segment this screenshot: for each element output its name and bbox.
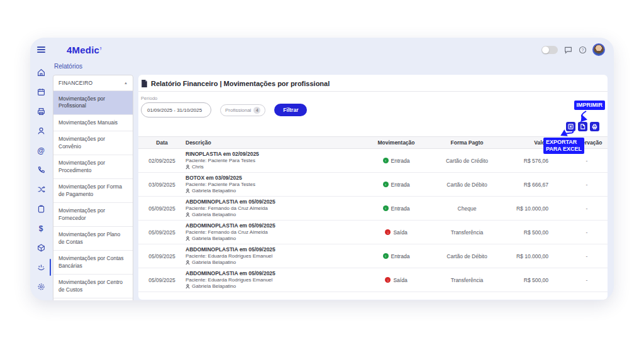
reports-icon[interactable]	[30, 258, 52, 277]
procedure-title: ABDOMINOPLASTIA em 05/09/2025	[186, 270, 358, 277]
sidebar-item-mov-profissional[interactable]: Movimentações por Profissional	[53, 91, 133, 115]
pdf-icon	[580, 124, 586, 129]
professional-name: Gabriela Belapatino	[186, 188, 358, 194]
cell-description: ABDOMINOPLASTIA em 05/09/2025 Paciente: …	[186, 246, 362, 266]
professional-name: Gabriela Belapatino	[186, 212, 358, 218]
cell-payment: Cartão de Débito	[431, 182, 503, 188]
excel-icon	[568, 124, 574, 129]
package-icon[interactable]	[30, 238, 52, 258]
print-button[interactable]	[590, 122, 599, 131]
sidebar-item-mov-contas-bancarias[interactable]: Movimentações por Contas Bancárias	[53, 251, 133, 275]
cell-observation: -	[566, 205, 608, 212]
cell-date: 02/09/2025	[138, 158, 186, 164]
person-icon	[186, 212, 190, 217]
col-descricao: Descrição	[186, 139, 362, 146]
filter-button[interactable]: Filtrar	[274, 104, 307, 116]
cell-description: ABDOMINOPLASTIA em 05/09/2025 Paciente: …	[186, 270, 362, 290]
patient-name: Paciente: Fernando da Cruz Almeida	[186, 205, 358, 212]
export-excel-button[interactable]	[566, 122, 575, 131]
cell-value: R$ 500,00	[503, 277, 566, 283]
professional-name: Gabriela Belapatino	[186, 283, 358, 290]
page-title: Relatório Financeiro | Movimentações por…	[151, 80, 330, 87]
printer-icon	[592, 124, 597, 129]
cell-description: ABDOMINOPLASTIA em 05/09/2025 Paciente: …	[186, 222, 362, 243]
patient-name: Paciente: Paciente Para Testes	[186, 158, 358, 164]
person-icon	[186, 188, 190, 194]
avatar[interactable]	[592, 43, 605, 56]
theme-toggle[interactable]	[541, 46, 558, 54]
user-icon[interactable]	[30, 121, 52, 141]
menu-section-label: FINANCEIRO	[58, 80, 92, 86]
table-row[interactable]: 05/09/2025 ABDOMINOPLASTIA em 05/09/2025…	[138, 268, 608, 292]
cell-payment: Cheque	[431, 205, 503, 212]
cell-observation: -	[566, 253, 608, 259]
cell-value: R$ 10.000,00	[503, 205, 566, 212]
cell-payment: Cartão de Débito	[431, 253, 503, 259]
chevron-up-icon: ▲	[124, 81, 128, 85]
professional-name: Gabriela Belapatino	[186, 259, 358, 266]
sidebar-item-mov-plano-contas[interactable]: Movimentações por Plano de Contas	[53, 227, 133, 251]
sidebar-item-mov-manuais[interactable]: Movimentações Manuais	[53, 115, 133, 131]
person-icon	[186, 260, 190, 265]
procedure-title: BOTOX em 03/09/2025	[186, 175, 358, 182]
cell-date: 05/09/2025	[138, 229, 186, 236]
cell-value: R$ 10.000,00	[503, 253, 566, 259]
cell-description: BOTOX em 03/09/2025 Paciente: Paciente P…	[186, 175, 362, 195]
export-pdf-button[interactable]	[578, 122, 587, 131]
cell-date: 05/09/2025	[138, 205, 186, 212]
cell-description: RINOPLASTIA em 02/09/2025 Paciente: Paci…	[186, 151, 362, 171]
table-row[interactable]: 02/09/2025 RINOPLASTIA em 02/09/2025 Pac…	[138, 149, 608, 173]
phone-icon[interactable]	[30, 160, 52, 180]
movement-icon	[383, 158, 389, 163]
cell-observation: -	[566, 158, 608, 164]
patient-name: Paciente: Fernando da Cruz Almeida	[186, 229, 358, 236]
procedure-title: ABDOMINOPLASTIA em 05/09/2025	[186, 222, 358, 229]
clipboard-icon[interactable]	[30, 199, 52, 219]
printer-icon[interactable]	[30, 102, 52, 121]
annotation-exportar-excel: EXPORTAR PARA EXCEL	[543, 138, 584, 154]
sidebar-item-mov-centro-custos[interactable]: Movimentações por Centro de Custos	[53, 275, 133, 298]
table-row[interactable]: 05/09/2025 ABDOMINOPLASTIA em 05/09/2025…	[138, 244, 608, 268]
table-row[interactable]: 05/09/2025 ABDOMINOPLASTIA em 05/09/2025…	[138, 221, 608, 244]
table-row[interactable]: 05/09/2025 ABDOMINOPLASTIA em 05/09/2025…	[138, 197, 608, 221]
period-input[interactable]: 01/09/2025 - 31/10/2025	[141, 102, 211, 117]
procedure-title: ABDOMINOPLASTIA em 05/09/2025	[186, 199, 358, 205]
dollar-icon[interactable]: $	[30, 219, 52, 238]
col-data: Data	[138, 139, 186, 146]
movement-icon	[385, 277, 391, 283]
table-row[interactable]: 03/09/2025 BOTOX em 03/09/2025 Paciente:…	[138, 173, 608, 197]
sidebar-item-mov-cartoes[interactable]: Movimentações por Cartões	[53, 298, 133, 300]
period-label: Período	[141, 95, 601, 101]
cell-movement: Saída	[362, 229, 431, 236]
cell-value: R$ 500,00	[503, 229, 566, 236]
sidebar-item-mov-fornecedor[interactable]: Movimentações por Fornecedor	[53, 203, 133, 227]
movement-icon	[383, 182, 389, 187]
topbar: 4Medic’ ?	[30, 38, 614, 62]
cell-movement: Entrada	[362, 158, 431, 164]
chat-icon[interactable]	[564, 45, 572, 54]
at-icon[interactable]: @	[30, 141, 52, 160]
cell-observation: -	[566, 182, 608, 188]
app-window: 4Medic’ ? @	[30, 38, 614, 300]
procedure-title: RINOPLASTIA em 02/09/2025	[186, 151, 358, 158]
col-movimentacao: Movimentação	[362, 139, 431, 146]
col-forma-pagto: Forma Pagto	[431, 139, 503, 146]
menu-section-financeiro[interactable]: FINANCEIRO ▲	[53, 75, 133, 91]
sidebar-item-mov-forma-pagamento[interactable]: Movimentações por Forma de Pagamento	[53, 179, 133, 203]
home-icon[interactable]	[30, 63, 52, 82]
calendar-icon[interactable]	[30, 82, 52, 102]
app-logo: 4Medic’	[67, 45, 102, 55]
menu-icon[interactable]	[37, 45, 45, 54]
cell-date: 03/09/2025	[138, 182, 186, 188]
movement-icon	[385, 229, 391, 235]
cell-date: 05/09/2025	[138, 253, 186, 259]
shuffle-icon[interactable]	[30, 180, 52, 199]
cell-value: R$ 666,67	[503, 182, 566, 188]
help-icon[interactable]: ?	[578, 45, 587, 54]
settings-icon[interactable]	[30, 277, 52, 297]
sidebar-item-mov-procedimento[interactable]: Movimentações por Procedimento	[53, 155, 133, 179]
report-panel: Relatório Financeiro | Movimentações por…	[138, 75, 608, 300]
sidebar-item-mov-convenio[interactable]: Movimentações por Convênio	[53, 131, 133, 155]
document-icon	[141, 80, 148, 87]
professional-filter-chip[interactable]: Profissional 4	[220, 104, 265, 116]
